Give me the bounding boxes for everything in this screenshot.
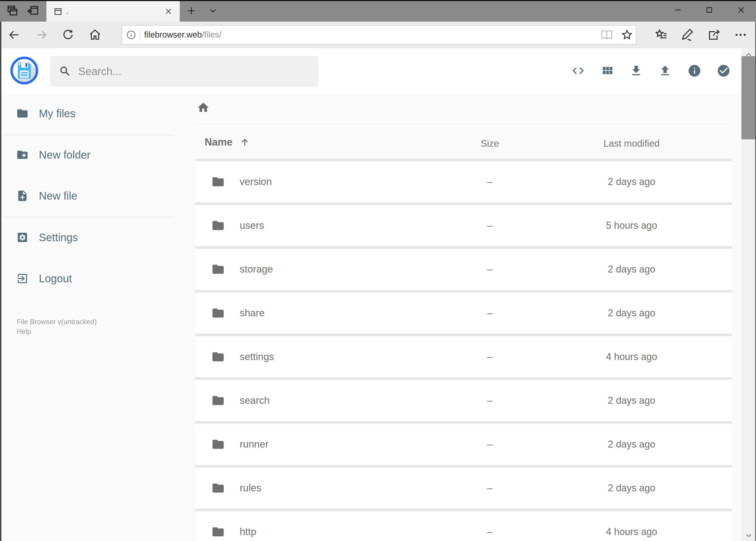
file-size: – [467,249,513,290]
sidebar-item-label: New folder [39,149,91,161]
search-bar[interactable] [50,56,319,87]
folder-icon [211,306,225,320]
file-name: http [240,511,256,541]
file-list-row[interactable]: share – 2 days ago [195,292,732,333]
url-path: /files/ [202,30,221,39]
file-name: version [240,161,272,202]
download-icon[interactable] [627,62,645,80]
file-list-row[interactable]: settings – 4 hours ago [195,336,732,377]
logout-icon [16,272,29,285]
file-name: users [240,205,264,246]
sidebar-item-label: Logout [39,272,72,285]
sidebar-item-my-files[interactable]: My files [5,99,189,128]
listing-divider [195,124,732,124]
new-file-icon [16,190,29,202]
file-size: – [467,467,513,509]
file-list-row[interactable]: rules – 2 days ago [195,467,732,509]
url-text[interactable]: filebrowser.web/files/ [144,30,221,40]
window-frame-left [0,22,1,541]
file-modified: 2 days ago [591,380,672,421]
reading-view-icon[interactable] [601,29,613,41]
sort-ascending-icon [240,137,250,148]
file-size: – [467,336,513,377]
folder-icon [16,107,29,120]
folder-icon [211,219,225,232]
file-modified: 2 days ago [591,424,672,465]
forward-icon[interactable] [34,27,50,43]
site-info-icon[interactable] [126,29,136,40]
select-check-icon[interactable] [715,62,732,80]
folder-icon [211,394,225,407]
file-modified: 2 days ago [591,161,672,202]
file-name: search [240,380,270,421]
sidebar-item-label: New file [39,190,77,202]
file-name: storage [240,249,273,290]
file-list-row[interactable]: http – 4 hours ago [195,511,732,541]
file-name: runner [240,424,269,465]
share-icon[interactable] [705,26,722,44]
set-tabs-aside-icon[interactable] [25,3,41,18]
sidebar-item-label: My files [39,108,76,120]
sidebar-item-new-folder[interactable]: New folder [5,140,189,170]
browser-window: . [0,0,756,541]
grid-view-icon[interactable] [599,62,616,80]
file-modified: 2 days ago [591,249,672,290]
raw-view-code-icon[interactable] [569,62,587,80]
upload-icon[interactable] [656,62,674,80]
folder-icon [211,437,225,451]
settings-more-icon[interactable] [732,26,749,44]
breadcrumb-home-icon[interactable] [195,100,211,115]
tab-close-icon[interactable] [162,5,175,18]
sidebar-divider [2,135,174,135]
sidebar-item-settings[interactable]: Settings [5,223,189,252]
file-size: – [467,292,513,333]
tab-preview-icon[interactable] [5,3,20,18]
file-name: rules [240,467,261,509]
file-name: share [240,292,265,333]
file-modified: 2 days ago [591,292,672,333]
file-list-row[interactable]: users – 5 hours ago [195,205,732,246]
search-input[interactable] [78,65,295,78]
search-icon [59,65,71,78]
file-modified: 4 hours ago [591,336,672,377]
maximize-button[interactable] [701,2,717,18]
file-modified: 4 hours ago [591,511,672,541]
folder-icon [211,525,225,539]
settings-gear-icon [16,231,29,244]
close-window-button[interactable] [733,2,749,18]
scrollbar-thumb[interactable] [741,56,756,139]
browser-tab[interactable]: . [46,1,180,22]
file-size: – [467,205,513,246]
address-bar[interactable]: filebrowser.web/files/ [122,25,636,45]
filebrowser-logo[interactable] [10,56,38,85]
scrollbar-down-icon[interactable] [741,530,756,541]
file-list-row[interactable]: storage – 2 days ago [195,249,732,290]
back-icon[interactable] [6,27,22,43]
tab-favicon-icon [54,7,63,16]
favorites-hub-icon[interactable] [652,26,670,44]
minimize-button[interactable] [670,2,686,18]
tab-list-chevron-icon[interactable] [205,3,221,19]
column-name-label: Name [205,136,233,148]
info-icon[interactable] [685,62,703,80]
file-list-row[interactable]: version – 2 days ago [195,161,732,202]
file-list-row[interactable]: search – 2 days ago [195,380,732,421]
web-notes-pen-icon[interactable] [678,26,696,44]
help-link[interactable]: Help [17,327,31,336]
folder-icon [211,350,225,363]
column-header-name[interactable]: Name [205,136,250,148]
new-tab-button[interactable] [183,3,199,19]
favorite-star-icon[interactable] [621,29,633,41]
sidebar-item-new-file[interactable]: New file [5,181,189,211]
column-header-size[interactable]: Size [467,138,513,149]
file-list-row[interactable]: runner – 2 days ago [195,424,732,465]
column-header-modified[interactable]: Last modified [591,138,672,149]
file-size: – [467,380,513,421]
file-modified: 5 hours ago [591,205,672,246]
file-name: settings [240,336,274,377]
refresh-icon[interactable] [60,27,76,43]
app-version-text: File Browser v(untracked) [17,317,97,326]
file-size: – [467,161,513,202]
home-icon[interactable] [87,27,103,43]
sidebar-item-logout[interactable]: Logout [5,264,189,293]
